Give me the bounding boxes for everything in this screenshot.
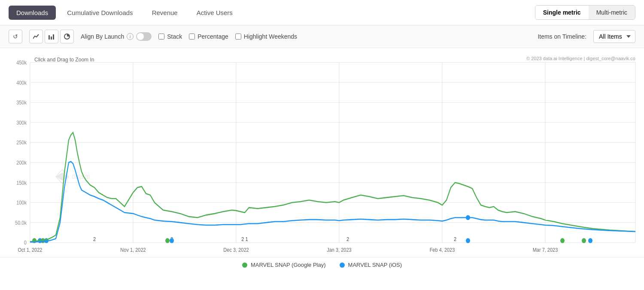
ios-dot	[340, 263, 345, 268]
svg-text:Dec 3, 2022: Dec 3, 2022	[223, 247, 249, 253]
svg-text:200k: 200k	[16, 159, 27, 166]
svg-text:Oct 1, 2022: Oct 1, 2022	[18, 247, 43, 253]
svg-text:Nov 1, 2022: Nov 1, 2022	[120, 247, 146, 253]
svg-rect-2	[53, 34, 54, 40]
pie-chart-button[interactable]	[60, 30, 74, 43]
toolbar: ↺ Align By Launch i Stack Percentage Hig…	[0, 25, 644, 48]
x-axis: Oct 1, 2022 Nov 1, 2022 Dec 3, 2022 Jan …	[18, 62, 635, 253]
chart-svg: 450k 400k 350k 300k 250k 200k 150k 100k …	[0, 52, 644, 253]
svg-text:400k: 400k	[16, 79, 27, 86]
svg-rect-0	[49, 35, 50, 40]
tab-revenue[interactable]: Revenue	[144, 6, 185, 20]
svg-text:2: 2	[346, 236, 349, 242]
svg-text:data.ai: data.ai	[72, 172, 90, 180]
legend: MARVEL SNAP (Google Play) MARVEL SNAP (i…	[0, 257, 644, 271]
svg-rect-1	[51, 37, 52, 40]
line-chart-button[interactable]	[29, 30, 43, 43]
ios-marker	[466, 215, 470, 220]
y-axis: 450k 400k 350k 300k 250k 200k 150k 100k …	[15, 59, 635, 246]
ios-label: MARVEL SNAP (iOS)	[348, 262, 402, 268]
svg-text:2: 2	[454, 236, 456, 242]
svg-point-49	[170, 238, 174, 243]
multi-metric-button[interactable]: Multi-metric	[589, 6, 635, 19]
svg-text:Mar 7, 2023: Mar 7, 2023	[533, 247, 558, 253]
svg-point-46	[582, 238, 586, 243]
svg-text:Feb 4, 2023: Feb 4, 2023	[430, 247, 455, 253]
svg-text:Jan 3, 2023: Jan 3, 2023	[327, 247, 352, 253]
highlight-weekends-checkbox-label[interactable]: Highlight Weekends	[235, 33, 297, 40]
svg-text:300k: 300k	[16, 119, 27, 126]
svg-point-44	[165, 238, 170, 243]
chart-type-group	[29, 30, 74, 43]
stack-checkbox-label[interactable]: Stack	[158, 33, 182, 40]
chart-container: Click and Drag to Zoom In © 2023 data.ai…	[0, 52, 644, 253]
svg-text:250k: 250k	[16, 140, 27, 146]
tab-cumulative-downloads[interactable]: Cumulative Downloads	[59, 6, 140, 20]
items-on-timeline-label: Items on Timeline:	[538, 33, 586, 40]
svg-text:2: 2	[93, 236, 96, 242]
tab-active-users[interactable]: Active Users	[189, 6, 240, 20]
svg-point-50	[466, 238, 470, 243]
align-by-launch-toggle[interactable]	[136, 32, 152, 41]
percentage-checkbox[interactable]	[189, 34, 195, 40]
version-markers: 2 2 2 1 2 2	[32, 236, 592, 243]
svg-point-45	[560, 238, 565, 243]
legend-ios: MARVEL SNAP (iOS)	[340, 262, 402, 268]
svg-text:2 1: 2 1	[241, 236, 248, 242]
tab-bar: Downloads Cumulative Downloads Revenue A…	[0, 0, 644, 25]
metric-toggle: Single metric Multi-metric	[535, 5, 635, 20]
zoom-hint: Click and Drag to Zoom In	[34, 57, 94, 63]
watermark: data.ai	[56, 170, 90, 184]
chart-area: Click and Drag to Zoom In © 2023 data.ai…	[0, 48, 644, 257]
svg-text:450k: 450k	[16, 59, 27, 66]
align-by-launch-label: Align By Launch i	[81, 32, 152, 41]
svg-text:100k: 100k	[16, 199, 27, 206]
svg-text:0: 0	[24, 240, 27, 246]
single-metric-button[interactable]: Single metric	[535, 6, 589, 19]
align-info-icon[interactable]: i	[127, 33, 134, 40]
svg-point-51	[588, 238, 592, 243]
google-play-label: MARVEL SNAP (Google Play)	[251, 262, 326, 268]
svg-text:150k: 150k	[16, 180, 27, 186]
stack-checkbox[interactable]	[158, 34, 164, 40]
highlight-weekends-checkbox[interactable]	[235, 34, 241, 40]
legend-google-play: MARVEL SNAP (Google Play)	[242, 262, 326, 268]
google-play-dot	[242, 263, 247, 268]
percentage-checkbox-label[interactable]: Percentage	[189, 33, 228, 40]
bar-chart-button[interactable]	[45, 30, 58, 43]
tab-downloads[interactable]: Downloads	[9, 6, 56, 20]
chart-copyright: © 2023 data.ai Intelligence | digest_cor…	[526, 56, 635, 61]
reset-button[interactable]: ↺	[9, 30, 22, 43]
items-on-timeline-select[interactable]: All Items	[593, 30, 635, 43]
svg-text:350k: 350k	[16, 99, 27, 106]
svg-text:50.0k: 50.0k	[15, 220, 27, 226]
